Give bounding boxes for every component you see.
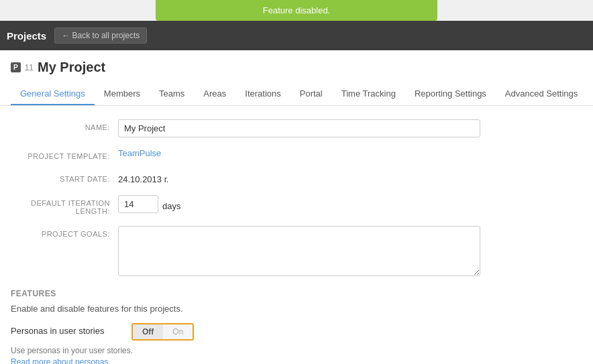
- personas-toggle: Off On: [131, 323, 194, 341]
- name-input[interactable]: [118, 119, 480, 137]
- start-date-label: START DATE:: [11, 171, 118, 183]
- goals-label: PROJECT GOALS:: [11, 226, 118, 238]
- tab-members[interactable]: Members: [95, 83, 150, 105]
- days-label: days: [162, 198, 180, 211]
- back-to-projects-button[interactable]: ← Back to all projects: [54, 27, 147, 44]
- page-header: P 11 My Project General SettingsMembersT…: [0, 50, 593, 106]
- project-title-row: P 11 My Project: [11, 60, 582, 75]
- iteration-label: DEFAULT ITERATION LENGTH:: [11, 195, 118, 215]
- iteration-length-row: DEFAULT ITERATION LENGTH: days: [11, 195, 582, 215]
- project-icon: P: [11, 62, 21, 72]
- toggle-button-group: Off On: [131, 323, 194, 341]
- goals-field-row: PROJECT GOALS:: [11, 226, 582, 278]
- tab-advanced-settings[interactable]: Advanced Settings: [496, 83, 587, 105]
- tab-reporting-settings[interactable]: Reporting Settings: [405, 83, 496, 105]
- iteration-input[interactable]: [118, 195, 158, 213]
- tab-time-tracking[interactable]: Time Tracking: [332, 83, 405, 105]
- tab-teams[interactable]: Teams: [150, 83, 194, 105]
- name-field-row: NAME:: [11, 119, 582, 137]
- name-field: [118, 119, 582, 137]
- read-more-personas-link[interactable]: Read more about personas: [11, 357, 108, 364]
- tab-areas[interactable]: Areas: [194, 83, 235, 105]
- personas-info-text: Use personas in your user stories.: [11, 346, 582, 355]
- start-date-field-row: START DATE: 24.10.2013 г.: [11, 171, 582, 184]
- toggle-off-button[interactable]: Off: [133, 324, 163, 339]
- main-content: NAME: PROJECT TEMPLATE: TeamPulse START …: [0, 106, 593, 364]
- goals-textarea[interactable]: [118, 226, 480, 276]
- start-date-value: 24.10.2013 г.: [118, 171, 582, 184]
- personas-info: Use personas in your user stories. Read …: [11, 346, 582, 364]
- top-navigation: Projects ← Back to all projects: [0, 21, 593, 50]
- tabs-list: General SettingsMembersTeamsAreasIterati…: [11, 83, 582, 105]
- template-link[interactable]: TeamPulse: [118, 148, 161, 158]
- projects-nav-title: Projects: [7, 30, 46, 42]
- goals-field: [118, 226, 582, 278]
- template-label: PROJECT TEMPLATE:: [11, 148, 118, 160]
- tab-general-settings[interactable]: General Settings: [11, 83, 95, 105]
- tab-iterations[interactable]: Iterations: [235, 83, 290, 105]
- notification-bar: Feature disabled.: [156, 0, 437, 21]
- tab-portal[interactable]: Portal: [290, 83, 332, 105]
- page-title: My Project: [38, 60, 105, 75]
- template-field: TeamPulse: [118, 148, 582, 158]
- name-label: NAME:: [11, 119, 118, 131]
- personas-feature-row: Personas in user stories Off On: [11, 323, 582, 341]
- iteration-field: days: [118, 195, 582, 213]
- features-section: FEATURES Enable and disable features for…: [11, 289, 582, 364]
- personas-label: Personas in user stories: [11, 323, 131, 336]
- features-title: FEATURES: [11, 289, 582, 298]
- toggle-on-button[interactable]: On: [163, 324, 193, 339]
- features-description: Enable and disable features for this pro…: [11, 304, 582, 314]
- project-id: 11: [25, 63, 34, 72]
- template-field-row: PROJECT TEMPLATE: TeamPulse: [11, 148, 582, 160]
